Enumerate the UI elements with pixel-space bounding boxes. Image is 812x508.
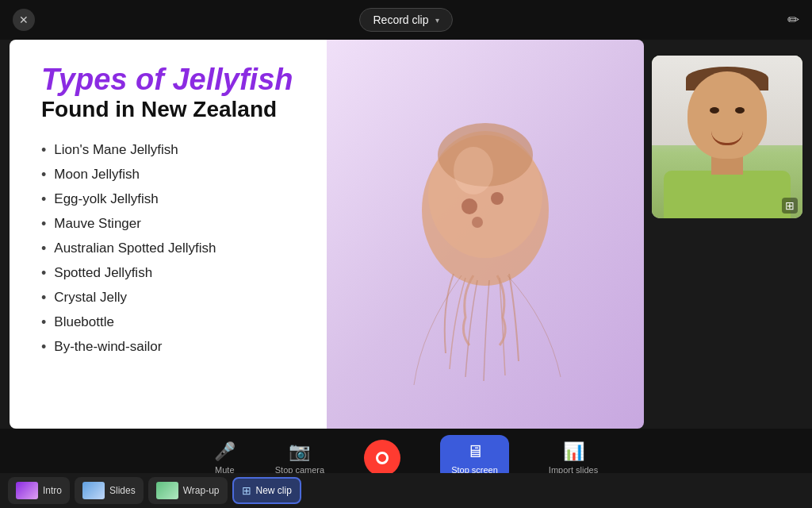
edit-icon: ✏ xyxy=(787,12,799,28)
thumbnail-newclip[interactable]: ⊞ New clip xyxy=(232,477,301,504)
person-eye-left xyxy=(710,107,719,114)
slide-title-types: Types of Jellyfish xyxy=(41,64,295,97)
jellyfish-illustration xyxy=(327,40,644,429)
thumb-wrapup-preview xyxy=(156,482,178,499)
thumb-intro-label: Intro xyxy=(43,485,62,496)
person-video xyxy=(652,56,802,218)
thumb-slides-label: Slides xyxy=(109,485,136,496)
stop-camera-button[interactable]: 📷 Stop camera xyxy=(275,441,324,475)
slide-list-item: Bluebottle xyxy=(41,310,295,335)
slide-container: Types of Jellyfish Found in New Zealand … xyxy=(10,40,644,429)
record-live-button[interactable] xyxy=(364,440,400,476)
top-bar: ✕ Record clip ▾ ✏ xyxy=(0,0,812,40)
edit-button[interactable]: ✏ xyxy=(787,11,799,29)
person-body xyxy=(664,171,791,218)
microphone-icon: 🎤 xyxy=(214,441,236,462)
slide-list-item: Moon Jellyfish xyxy=(41,163,295,187)
camera-icon: 📷 xyxy=(289,441,310,462)
slide-right-panel xyxy=(327,40,644,429)
svg-point-5 xyxy=(472,217,483,228)
slide-list-item: Spotted Jellyfish xyxy=(41,261,295,286)
svg-point-6 xyxy=(454,147,493,194)
thumbnail-wrapup[interactable]: Wrap-up xyxy=(148,477,228,504)
jellyfish-svg xyxy=(374,83,596,385)
mute-button[interactable]: 🎤 Mute xyxy=(214,441,236,475)
record-dot xyxy=(376,452,389,464)
slide-list-item: Mauve Stinger xyxy=(41,212,295,237)
close-button[interactable]: ✕ xyxy=(13,9,35,31)
svg-point-4 xyxy=(491,192,504,205)
slide-list-item: Lion's Mane Jellyfish xyxy=(41,138,295,163)
thumbnail-intro[interactable]: Intro xyxy=(8,477,70,504)
slide-list-item: Crystal Jelly xyxy=(41,286,295,310)
record-clip-label: Record clip xyxy=(373,13,428,26)
thumb-wrapup-label: Wrap-up xyxy=(183,485,220,496)
person-eye-right xyxy=(735,107,745,114)
slide-list-item: Australian Spotted Jellyfish xyxy=(41,237,295,261)
screen-share-icon: 🖥 xyxy=(466,441,484,462)
thumb-newclip-label: New clip xyxy=(256,485,292,496)
expand-icon[interactable]: ⊞ xyxy=(782,198,798,214)
slide-list: Lion's Mane JellyfishMoon JellyfishEgg-y… xyxy=(41,138,295,360)
thumb-intro-preview xyxy=(16,482,38,499)
thumb-slides-preview xyxy=(82,482,105,499)
person-head xyxy=(688,71,767,159)
svg-point-3 xyxy=(462,198,477,214)
record-clip-button[interactable]: Record clip ▾ xyxy=(359,8,452,32)
slide-list-item: By-the-wind-sailor xyxy=(41,335,295,360)
slide-title-found: Found in New Zealand xyxy=(41,97,295,122)
chevron-down-icon: ▾ xyxy=(435,16,439,25)
self-view: ⊞ xyxy=(652,56,802,218)
thumbnail-slides[interactable]: Slides xyxy=(75,477,144,504)
close-icon: ✕ xyxy=(19,13,29,26)
import-slides-button[interactable]: 📊 Import slides xyxy=(549,441,598,475)
import-slides-icon: 📊 xyxy=(563,441,584,462)
newclip-plus-icon: ⊞ xyxy=(242,484,251,497)
thumbnail-strip: Intro Slides Wrap-up ⊞ New clip xyxy=(0,473,812,508)
slide-list-item: Egg-yolk Jellyfish xyxy=(41,187,295,212)
main-content: Types of Jellyfish Found in New Zealand … xyxy=(0,40,812,429)
slide-left-panel: Types of Jellyfish Found in New Zealand … xyxy=(10,40,327,429)
